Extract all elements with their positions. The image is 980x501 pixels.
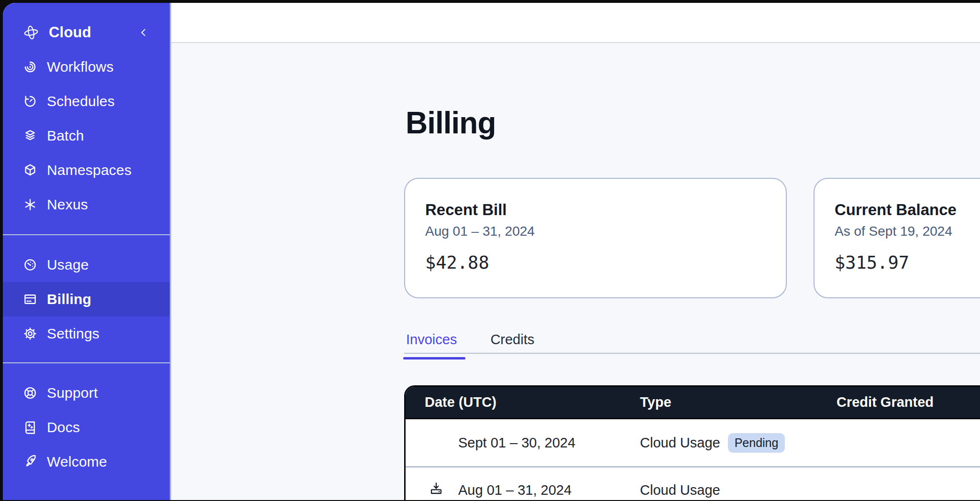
- workflows-icon: [23, 60, 37, 74]
- docs-icon: [23, 420, 37, 435]
- billing-tabs: Invoices Credits: [404, 330, 980, 354]
- active-tab-indicator: [403, 357, 465, 359]
- sidebar-item-billing[interactable]: Billing: [3, 282, 170, 316]
- sidebar-item-namespaces[interactable]: Namespaces: [3, 153, 170, 187]
- sidebar-item-settings[interactable]: Settings: [3, 316, 170, 351]
- table-row: Sept 01 – 30, 2024 Cloud Usage Pending: [406, 419, 980, 466]
- sidebar-item-docs[interactable]: Docs: [3, 410, 170, 445]
- sidebar: Cloud Workflows Schedules: [3, 3, 171, 500]
- tab-label: Credits: [490, 332, 534, 347]
- sidebar-item-label: Settings: [47, 326, 99, 342]
- temporal-logo-icon: [23, 24, 39, 41]
- sidebar-item-batch[interactable]: Batch: [3, 119, 170, 153]
- support-icon: [23, 386, 37, 400]
- column-header-credit-granted: Credit Granted: [837, 394, 980, 410]
- app-title: Cloud: [49, 24, 91, 41]
- sidebar-item-label: Batch: [47, 128, 84, 144]
- download-invoice-icon[interactable]: [429, 481, 444, 496]
- content: Billing Recent Bill Aug 01 – 31, 2024 $4…: [171, 44, 980, 500]
- sidebar-item-label: Workflows: [47, 59, 114, 75]
- table-header: Date (UTC) Type Credit Granted: [406, 387, 980, 419]
- recent-bill-card: Recent Bill Aug 01 – 31, 2024 $42.88: [404, 178, 787, 298]
- current-balance-card: Current Balance As of Sept 19, 2024 $315…: [814, 178, 980, 298]
- batch-icon: [23, 129, 37, 143]
- sidebar-item-support[interactable]: Support: [3, 376, 170, 410]
- main-area: Billing Recent Bill Aug 01 – 31, 2024 $4…: [171, 3, 980, 500]
- namespaces-icon: [23, 163, 37, 177]
- sidebar-item-label: Support: [47, 385, 98, 401]
- status-badge: Pending: [728, 433, 785, 453]
- sidebar-item-label: Nexus: [47, 196, 88, 213]
- column-header-date: Date (UTC): [425, 394, 640, 410]
- sidebar-item-label: Welcome: [47, 454, 107, 470]
- topbar: [171, 3, 980, 43]
- sidebar-item-schedules[interactable]: Schedules: [3, 84, 170, 119]
- welcome-icon: [23, 455, 37, 469]
- page-title: Billing: [406, 105, 496, 141]
- type-label: Cloud Usage: [640, 435, 720, 451]
- chevron-left-icon[interactable]: [138, 26, 149, 39]
- tab-credits[interactable]: Credits: [490, 330, 534, 353]
- table-row: Aug 01 – 31, 2024 Cloud Usage: [406, 466, 980, 500]
- sidebar-item-workflows[interactable]: Workflows: [3, 50, 170, 84]
- settings-icon: [23, 327, 37, 341]
- nexus-icon: [23, 197, 37, 212]
- card-amount: $315.97: [835, 252, 980, 273]
- sidebar-item-welcome[interactable]: Welcome: [3, 445, 170, 479]
- column-header-type: Type: [640, 394, 837, 410]
- sidebar-header: Cloud: [3, 15, 170, 50]
- tab-invoices[interactable]: Invoices: [406, 330, 457, 353]
- sidebar-item-label: Billing: [47, 291, 91, 307]
- card-title: Current Balance: [835, 201, 980, 219]
- app-window: Cloud Workflows Schedules: [3, 3, 980, 500]
- usage-icon: [23, 258, 37, 272]
- type-label: Cloud Usage: [640, 482, 720, 498]
- type-cell: Cloud Usage Pending: [640, 433, 837, 453]
- sidebar-item-label: Usage: [47, 257, 89, 273]
- billing-icon: [23, 292, 37, 306]
- card-title: Recent Bill: [425, 201, 767, 219]
- card-subtitle: As of Sept 19, 2024: [835, 224, 980, 239]
- sidebar-item-label: Docs: [47, 419, 80, 436]
- tab-label: Invoices: [406, 332, 457, 347]
- sidebar-item-label: Namespaces: [47, 162, 132, 178]
- invoices-table: Date (UTC) Type Credit Granted Sept 01 –…: [404, 385, 980, 500]
- card-amount: $42.88: [425, 252, 767, 273]
- sidebar-item-nexus[interactable]: Nexus: [3, 187, 170, 222]
- date-cell: Sept 01 – 30, 2024: [458, 435, 640, 451]
- download-cell: [425, 481, 458, 500]
- sidebar-item-usage[interactable]: Usage: [3, 248, 170, 282]
- type-cell: Cloud Usage: [640, 482, 837, 498]
- sidebar-item-label: Schedules: [47, 93, 115, 109]
- schedules-icon: [23, 94, 37, 109]
- card-subtitle: Aug 01 – 31, 2024: [425, 224, 767, 239]
- date-cell: Aug 01 – 31, 2024: [458, 482, 640, 498]
